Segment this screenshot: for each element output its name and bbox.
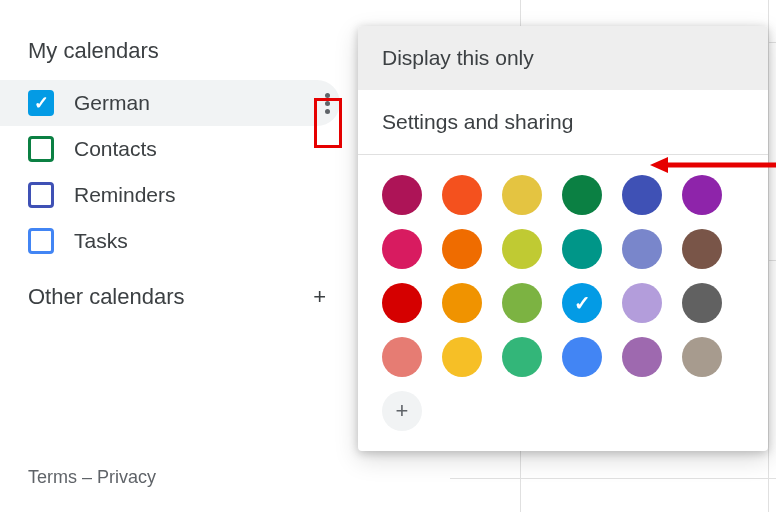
color-swatch[interactable] [382,229,422,269]
settings-and-sharing-option[interactable]: Settings and sharing [358,90,768,154]
calendar-label: Tasks [74,229,128,253]
calendar-label: Reminders [74,183,176,207]
terms-link[interactable]: Terms [28,467,77,487]
calendar-item-german[interactable]: ✓ German [0,80,340,126]
display-this-only-option[interactable]: Display this only [358,26,768,90]
color-swatch[interactable] [442,337,482,377]
calendar-sidebar: My calendars ✓ German Contacts Reminders… [0,0,350,320]
calendar-item-tasks[interactable]: Tasks [0,218,350,264]
color-swatch[interactable] [382,283,422,323]
color-swatch[interactable] [502,175,542,215]
color-swatch[interactable] [562,175,602,215]
calendar-label: German [74,91,150,115]
color-swatch[interactable] [622,283,662,323]
color-swatch[interactable] [682,175,722,215]
checkbox-tasks[interactable] [28,228,54,254]
my-calendars-header[interactable]: My calendars [0,38,350,80]
checkbox-german[interactable]: ✓ [28,90,54,116]
calendar-options-popup: Display this only Settings and sharing ✓… [358,26,768,451]
color-picker-grid: ✓+ [358,155,768,451]
footer-links: Terms – Privacy [28,467,156,488]
color-swatch[interactable] [682,229,722,269]
add-calendar-button[interactable]: + [313,286,326,308]
color-swatch[interactable] [502,229,542,269]
color-swatch[interactable]: ✓ [562,283,602,323]
color-swatch[interactable] [622,175,662,215]
color-swatch[interactable] [562,337,602,377]
calendar-item-reminders[interactable]: Reminders [0,172,350,218]
checkbox-contacts[interactable] [28,136,54,162]
color-swatch[interactable] [622,229,662,269]
color-swatch[interactable] [382,337,422,377]
add-custom-color-button[interactable]: + [382,391,422,431]
calendar-options-button[interactable] [314,87,340,119]
color-swatch[interactable] [562,229,602,269]
privacy-link[interactable]: Privacy [97,467,156,487]
color-swatch[interactable] [442,175,482,215]
other-calendars-header[interactable]: Other calendars [28,284,185,310]
checkbox-reminders[interactable] [28,182,54,208]
check-icon: ✓ [574,291,591,315]
color-swatch[interactable] [682,337,722,377]
check-icon: ✓ [34,92,49,114]
color-swatch[interactable] [502,283,542,323]
color-swatch[interactable] [442,229,482,269]
color-swatch[interactable] [622,337,662,377]
calendar-item-contacts[interactable]: Contacts [0,126,350,172]
color-swatch[interactable] [442,283,482,323]
color-swatch[interactable] [382,175,422,215]
color-swatch[interactable] [682,283,722,323]
calendar-label: Contacts [74,137,157,161]
color-swatch[interactable] [502,337,542,377]
